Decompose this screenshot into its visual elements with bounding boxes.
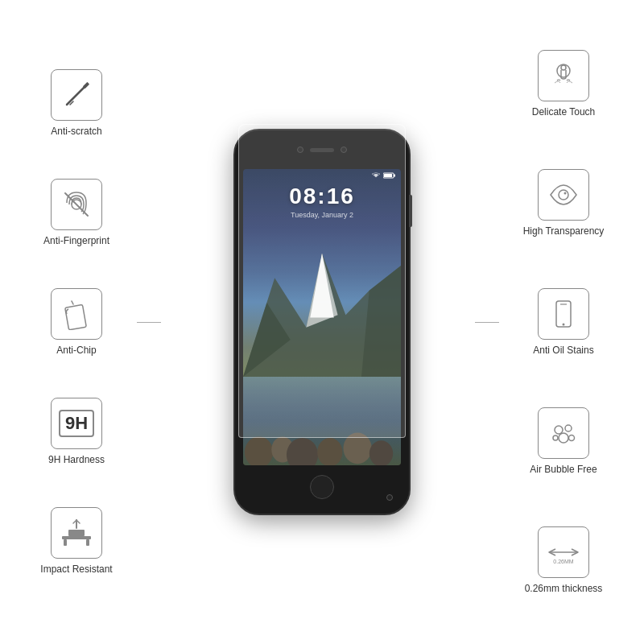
bubble-icon (547, 417, 580, 449)
anti-scratch-icon-box (51, 69, 102, 121)
wifi-icon (371, 172, 381, 179)
air-bubble-free-label: Air Bubble Free (530, 464, 597, 475)
anti-fingerprint-icon-box (51, 179, 102, 230)
feature-anti-chip: Anti-Chip (16, 288, 137, 356)
touch-icon (547, 60, 580, 92)
feature-air-bubble-free: Air Bubble Free (499, 407, 628, 475)
features-left: Anti-scratch Anti-Fingerprint (16, 0, 137, 644)
anti-oil-icon-box (538, 288, 589, 340)
delicate-touch-label: Delicate Touch (532, 106, 596, 118)
svg-rect-26 (394, 175, 395, 177)
screen-date: Tuesday, January 2 (243, 211, 401, 219)
phone-screen: 08:16 Tuesday, January 2 (243, 169, 401, 465)
high-transparency-icon-box (538, 169, 589, 221)
screen-time: 08:16 (243, 184, 401, 209)
eye-icon (547, 179, 580, 211)
air-bubble-icon-box (538, 407, 589, 459)
phone-body: 08:16 Tuesday, January 2 (233, 129, 411, 515)
status-bar (371, 172, 396, 179)
svg-point-39 (569, 436, 575, 441)
proximity-sensor (341, 147, 347, 153)
svg-point-35 (555, 426, 563, 434)
delicate-touch-icon-box (538, 50, 589, 101)
anti-chip-label: Anti-Chip (56, 345, 96, 356)
side-button (409, 195, 412, 227)
9h-icon-box: 9H (51, 398, 102, 449)
home-button (310, 475, 334, 499)
svg-point-37 (559, 433, 568, 443)
svg-point-24 (369, 440, 393, 465)
impact-resistant-label: Impact Resistant (40, 564, 112, 575)
svg-rect-5 (65, 304, 87, 329)
page: Anti-scratch Anti-Fingerprint (0, 0, 644, 644)
impact-icon (59, 517, 94, 549)
phone-container: 08:16 Tuesday, January 2 (233, 129, 411, 515)
svg-rect-9 (86, 539, 89, 546)
svg-marker-18 (361, 266, 401, 377)
front-camera (297, 147, 303, 153)
chip-icon (60, 298, 93, 330)
svg-rect-7 (62, 536, 91, 539)
wallpaper: 08:16 Tuesday, January 2 (243, 169, 401, 465)
battery-icon (383, 172, 396, 179)
anti-fingerprint-label: Anti-Fingerprint (43, 235, 109, 246)
anti-chip-icon-box (51, 288, 102, 340)
feature-anti-scratch: Anti-scratch (16, 69, 137, 137)
scratch-icon (60, 79, 93, 111)
svg-line-6 (72, 301, 73, 304)
svg-rect-8 (64, 539, 67, 546)
thickness-label: 0.26mm thickness (525, 583, 603, 594)
phone-outline-icon (547, 298, 580, 330)
svg-point-22 (317, 438, 342, 465)
connector-impact (137, 322, 161, 323)
svg-line-0 (67, 85, 86, 105)
feature-high-transparency: High Transparency (499, 169, 628, 237)
rocks-svg (243, 361, 401, 465)
features-right: Delicate Touch High Transparency (499, 0, 628, 644)
speaker (310, 148, 334, 152)
mountain-svg (243, 229, 401, 377)
feature-impact-resistant: Impact Resistant (16, 507, 137, 575)
thickness-icon-box: 0.26MM (538, 526, 589, 578)
impact-icon-box (51, 507, 102, 559)
9h-hardness-label: 9H Hardness (48, 454, 105, 465)
9h-text: 9H (59, 410, 94, 437)
thickness-icon: 0.26MM (546, 536, 581, 568)
svg-point-34 (563, 324, 565, 326)
svg-point-31 (564, 192, 567, 195)
feature-anti-oil-stains: Anti Oil Stains (499, 288, 628, 356)
feature-9h-hardness: 9H 9H Hardness (16, 398, 137, 465)
high-transparency-label: High Transparency (523, 225, 605, 237)
svg-point-29 (561, 65, 566, 70)
feature-anti-fingerprint: Anti-Fingerprint (16, 179, 137, 246)
svg-point-28 (557, 64, 570, 77)
anti-scratch-label: Anti-scratch (51, 126, 101, 137)
svg-rect-27 (384, 174, 392, 177)
svg-text:0.26MM: 0.26MM (553, 559, 573, 564)
rear-camera-indicator (386, 494, 393, 501)
connector-thickness (475, 322, 499, 323)
feature-thickness: 0.26MM 0.26mm thickness (499, 526, 628, 594)
svg-point-30 (559, 190, 568, 200)
anti-oil-stains-label: Anti Oil Stains (533, 345, 593, 356)
svg-rect-10 (68, 530, 85, 536)
svg-point-36 (565, 425, 572, 431)
svg-point-23 (343, 433, 371, 464)
feature-delicate-touch: Delicate Touch (499, 50, 628, 118)
phone-top-bar (235, 130, 409, 169)
svg-point-19 (245, 437, 273, 465)
svg-rect-32 (556, 301, 571, 327)
fingerprint-icon (60, 188, 93, 221)
svg-point-38 (553, 436, 558, 440)
